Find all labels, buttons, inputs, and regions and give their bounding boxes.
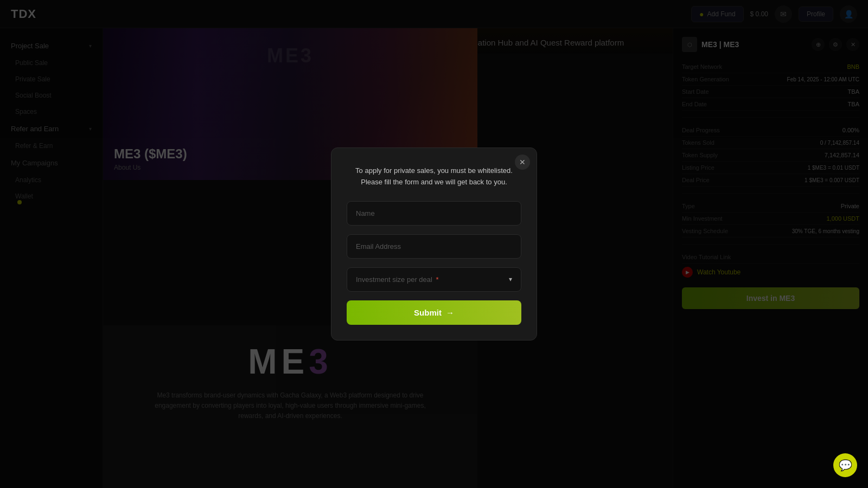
modal-overlay: ✕ To apply for private sales, you must b…	[0, 0, 868, 488]
name-input[interactable]	[347, 201, 521, 226]
submit-button[interactable]: Submit →	[347, 300, 521, 325]
chevron-down-icon-3: ▾	[509, 275, 512, 283]
whitelist-modal: ✕ To apply for private sales, you must b…	[331, 147, 537, 341]
chat-icon: 💬	[839, 459, 852, 472]
modal-description: To apply for private sales, you must be …	[347, 165, 521, 188]
email-input[interactable]	[347, 234, 521, 259]
name-form-group	[347, 201, 521, 226]
modal-close-button[interactable]: ✕	[515, 155, 530, 170]
chat-bubble[interactable]: 💬	[833, 453, 857, 477]
investment-dropdown[interactable]: Investment size per deal * ▾	[347, 267, 521, 292]
investment-form-group: Investment size per deal * ▾	[347, 267, 521, 292]
email-form-group	[347, 234, 521, 259]
investment-placeholder: Investment size per deal *	[356, 275, 439, 284]
